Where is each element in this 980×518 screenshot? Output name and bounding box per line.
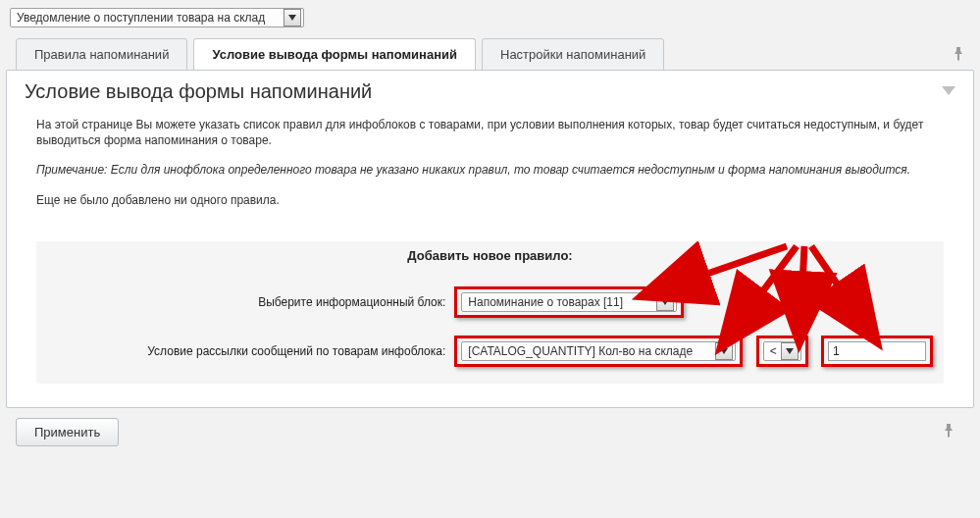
tab-reminder-settings[interactable]: Настройки напоминаний <box>482 38 664 71</box>
panel-conditions: Условие вывода формы напоминаний На этой… <box>6 70 974 408</box>
svg-marker-4 <box>786 348 794 354</box>
svg-marker-1 <box>942 86 955 95</box>
operator-select[interactable]: < <box>763 341 801 361</box>
apply-button[interactable]: Применить <box>16 418 119 446</box>
condition-field-text: [CATALOG_QUANTITY] Кол-во на складе <box>468 343 711 359</box>
highlight-field: [CATALOG_QUANTITY] Кол-во на складе <box>454 336 743 367</box>
tab-label: Настройки напоминаний <box>500 47 645 62</box>
svg-marker-0 <box>288 15 296 21</box>
chevron-down-icon <box>656 293 674 311</box>
svg-marker-3 <box>720 348 728 354</box>
description-line-1: На этой странице Вы можете указать списо… <box>36 117 944 148</box>
top-profile-select-text: Уведомление о поступлении товара на скла… <box>17 11 280 25</box>
operator-select-text: < <box>770 343 777 359</box>
highlight-operator: < <box>756 336 808 367</box>
panel-title: Условие вывода формы напоминаний <box>25 80 942 103</box>
add-rule-block: Добавить новое правило: Выберите информа… <box>36 241 944 385</box>
chevron-down-icon <box>781 342 799 360</box>
top-profile-select[interactable]: Уведомление о поступлении товара на скла… <box>10 8 304 27</box>
pin-icon[interactable] <box>943 41 974 70</box>
tab-label: Правила напоминаний <box>34 47 169 62</box>
empty-rules-note: Еще не было добавлено ни одного правила. <box>36 192 944 208</box>
chevron-down-icon <box>284 9 301 26</box>
iblock-select-text: Напоминание о товарах [11] <box>468 294 652 310</box>
tab-form-conditions[interactable]: Условие вывода формы напоминаний <box>193 38 476 71</box>
chevron-down-icon <box>715 342 733 360</box>
highlight-value <box>821 336 933 367</box>
label-condition: Условие рассылки сообщений по товарам ин… <box>147 344 445 358</box>
tab-reminder-rules[interactable]: Правила напоминаний <box>16 38 187 71</box>
condition-value-input[interactable] <box>828 341 926 361</box>
apply-button-label: Применить <box>34 425 100 440</box>
highlight-iblock: Напоминание о товарах [11] <box>454 286 684 318</box>
condition-field-select[interactable]: [CATALOG_QUANTITY] Кол-во на складе <box>461 341 736 361</box>
label-iblock: Выберите информационный блок: <box>258 295 445 309</box>
pin-icon[interactable] <box>933 418 964 446</box>
add-rule-header: Добавить новое правило: <box>36 241 944 271</box>
collapse-icon[interactable] <box>942 84 955 99</box>
description-note: Примечание: Если для инофблока определен… <box>36 162 944 178</box>
iblock-select[interactable]: Напоминание о товарах [11] <box>461 292 677 312</box>
svg-marker-2 <box>661 299 669 305</box>
tab-label: Условие вывода формы напоминаний <box>212 47 457 62</box>
